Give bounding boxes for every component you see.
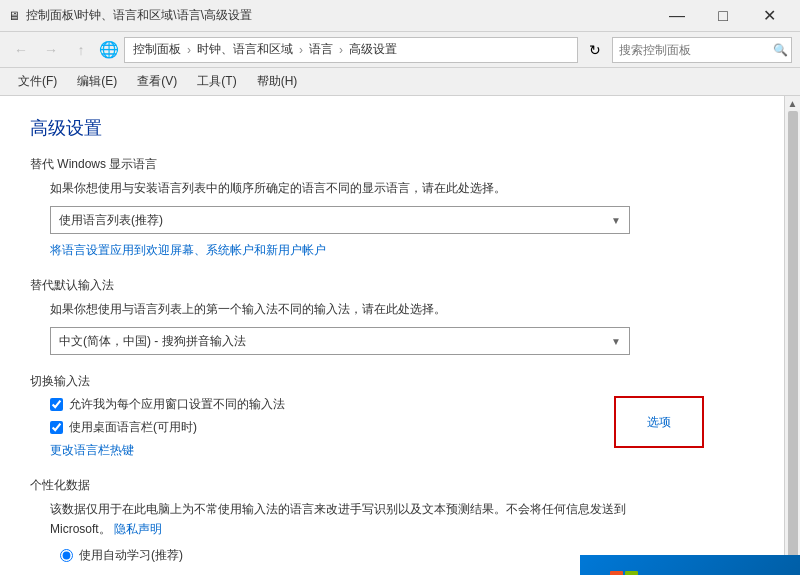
- back-button[interactable]: ←: [8, 37, 34, 63]
- window-icon: 🖥: [8, 9, 20, 23]
- default-input-dropdown[interactable]: 中文(简体，中国) - 搜狗拼音输入法 ▼: [50, 327, 630, 355]
- refresh-button[interactable]: ↻: [582, 37, 608, 63]
- title-bar: 🖥 控制面板\时钟、语言和区域\语言\高级设置 — □ ✕: [0, 0, 800, 32]
- search-icon: 🔍: [773, 43, 788, 57]
- section3-title: 切换输入法: [30, 373, 754, 390]
- search-input[interactable]: [619, 43, 769, 57]
- section4-title: 个性化数据: [30, 477, 754, 494]
- minimize-button[interactable]: —: [654, 0, 700, 32]
- windows-logo: [610, 571, 638, 575]
- up-button[interactable]: ↑: [68, 37, 94, 63]
- path-part-4: 高级设置: [349, 41, 397, 58]
- auto-learning-radio[interactable]: [60, 549, 73, 562]
- auto-learning-label: 使用自动学习(推荐): [79, 547, 183, 564]
- display-language-value: 使用语言列表(推荐): [59, 212, 163, 229]
- dropdown-arrow-2: ▼: [611, 336, 621, 347]
- section1-desc: 如果你想使用与安装语言列表中的顺序所确定的语言不同的显示语言，请在此处选择。: [50, 179, 754, 198]
- path-sep-3: ›: [339, 43, 343, 57]
- globe-icon: 🌐: [98, 39, 120, 61]
- section4-desc2: Microsoft。: [50, 522, 111, 536]
- menu-bar: 文件(F) 编辑(E) 查看(V) 工具(T) 帮助(H): [0, 68, 800, 96]
- apply-language-link[interactable]: 将语言设置应用到欢迎屏幕、系统帐户和新用户帐户: [50, 242, 754, 259]
- close-button[interactable]: ✕: [746, 0, 792, 32]
- display-language-dropdown[interactable]: 使用语言列表(推荐) ▼: [50, 206, 630, 234]
- maximize-button[interactable]: □: [700, 0, 746, 32]
- default-input-value: 中文(简体，中国) - 搜狗拼音输入法: [59, 333, 246, 350]
- allow-per-app-checkbox[interactable]: [50, 398, 63, 411]
- scrollbar[interactable]: ▲ ▼: [784, 96, 800, 575]
- content-area: 高级设置 替代 Windows 显示语言 如果你想使用与安装语言列表中的顺序所确…: [0, 96, 784, 575]
- menu-help[interactable]: 帮助(H): [247, 68, 308, 96]
- section2-dropdown-container: 中文(简体，中国) - 搜狗拼音输入法 ▼: [50, 327, 754, 355]
- title-bar-text: 🖥 控制面板\时钟、语言和区域\语言\高级设置: [8, 7, 252, 24]
- menu-view[interactable]: 查看(V): [127, 68, 187, 96]
- window-controls: — □ ✕: [654, 0, 792, 32]
- section4-desc: 该数据仅用于在此电脑上为不常使用输入法的语言来改进手写识别以及文本预测结果。不会…: [50, 500, 754, 538]
- checkbox2-label: 使用桌面语言栏(可用时): [69, 419, 197, 436]
- section-display-language: 替代 Windows 显示语言 如果你想使用与安装语言列表中的顺序所确定的语言不…: [30, 156, 754, 259]
- path-sep-1: ›: [187, 43, 191, 57]
- privacy-link[interactable]: 隐私声明: [114, 522, 162, 536]
- win-square-red: [610, 571, 623, 575]
- dropdown-arrow-1: ▼: [611, 215, 621, 226]
- section-switch-input: 切换输入法 允许我为每个应用窗口设置不同的输入法 使用桌面语言栏(可用时) 更改…: [30, 373, 754, 459]
- options-btn-wrapper: 选项: [614, 396, 704, 448]
- search-box: 🔍: [612, 37, 792, 63]
- menu-edit[interactable]: 编辑(E): [67, 68, 127, 96]
- menu-file[interactable]: 文件(F): [8, 68, 67, 96]
- section2-desc: 如果你想使用与语言列表上的第一个输入法不同的输入法，请在此处选择。: [50, 300, 754, 319]
- forward-button[interactable]: →: [38, 37, 64, 63]
- section4-desc1: 该数据仅用于在此电脑上为不常使用输入法的语言来改进手写识别以及文本预测结果。不会…: [50, 502, 626, 516]
- address-bar: ← → ↑ 🌐 控制面板 › 时钟、语言和区域 › 语言 › 高级设置 ↻ 🔍: [0, 32, 800, 68]
- main-area: 高级设置 替代 Windows 显示语言 如果你想使用与安装语言列表中的顺序所确…: [0, 96, 800, 575]
- address-path[interactable]: 控制面板 › 时钟、语言和区域 › 语言 › 高级设置: [124, 37, 578, 63]
- path-part-1: 控制面板: [133, 41, 181, 58]
- checkbox1-label: 允许我为每个应用窗口设置不同的输入法: [69, 396, 285, 413]
- options-button[interactable]: 选项: [614, 396, 704, 448]
- path-part-3: 语言: [309, 41, 333, 58]
- menu-tools[interactable]: 工具(T): [187, 68, 246, 96]
- section1-title: 替代 Windows 显示语言: [30, 156, 754, 173]
- section-default-input: 替代默认输入法 如果你想使用与语言列表上的第一个输入法不同的输入法，请在此处选择…: [30, 277, 754, 355]
- page-title: 高级设置: [30, 116, 754, 140]
- win-square-green: [625, 571, 638, 575]
- windows-watermark: Windows 系统之家: [580, 555, 800, 575]
- section2-title: 替代默认输入法: [30, 277, 754, 294]
- path-sep-2: ›: [299, 43, 303, 57]
- use-desktop-langbar-checkbox[interactable]: [50, 421, 63, 434]
- section1-dropdown-container: 使用语言列表(推荐) ▼: [50, 206, 754, 234]
- path-part-2: 时钟、语言和区域: [197, 41, 293, 58]
- section-personal-data: 个性化数据 该数据仅用于在此电脑上为不常使用输入法的语言来改进手写识别以及文本预…: [30, 477, 754, 563]
